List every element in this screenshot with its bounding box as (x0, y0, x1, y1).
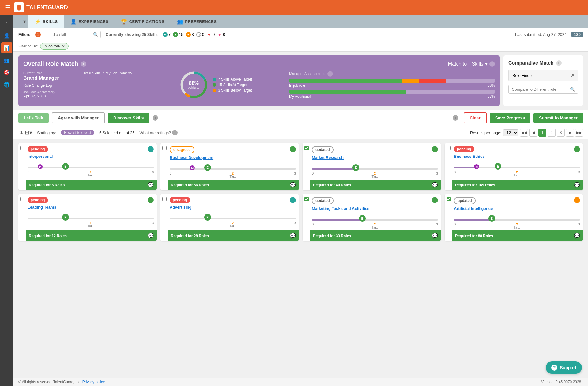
clear-button[interactable]: Clear (464, 112, 487, 123)
page-2-button[interactable]: 2 (548, 129, 556, 137)
skill-card-checkbox[interactable] (304, 146, 309, 150)
skill-search-box[interactable]: 🔍 (46, 31, 101, 38)
skill-name[interactable]: Interpersonal (26, 154, 157, 161)
search-icon[interactable]: 🔍 (93, 32, 98, 37)
currently-showing-text: Currently showing (106, 32, 141, 37)
skill-card-checkbox[interactable] (162, 146, 167, 150)
page-prev-button[interactable]: ◀ (529, 129, 537, 137)
slider-label-0: 0 (454, 222, 456, 226)
manager-info-icon[interactable]: i (327, 71, 333, 77)
skill-name[interactable]: Market Research (310, 155, 441, 162)
skill-search-input[interactable] (48, 32, 91, 37)
skill-name[interactable]: Business Development (168, 155, 299, 162)
in-job-role-progress: In job role 68% (289, 79, 495, 88)
skill-card-checkbox[interactable] (304, 197, 309, 201)
page-1-button[interactable]: 1 (538, 129, 546, 137)
skill-card-checkbox[interactable] (20, 146, 24, 150)
compare-search-box[interactable]: 🔍 (508, 85, 578, 94)
comment-icon[interactable]: 💬 (290, 182, 296, 188)
comparative-info-icon[interactable]: i (556, 60, 562, 66)
action-bar-right-info-icon[interactable]: i (453, 115, 458, 121)
results-per-page-select[interactable]: 122550 (503, 129, 518, 136)
page-next-button[interactable]: ▶ (566, 129, 574, 137)
page-first-button[interactable]: ◀◀ (520, 129, 528, 137)
save-progress-button[interactable]: Save Progress (490, 113, 530, 123)
required-roles-text: Required for 28 Roles (171, 234, 209, 238)
comment-icon[interactable]: 💬 (148, 182, 154, 188)
what-ratings[interactable]: What are ratings? i (140, 130, 178, 135)
skill-card-checkbox[interactable] (447, 197, 451, 201)
role-match-info-icon[interactable]: i (81, 61, 86, 67)
role-finder-button[interactable]: Role Finder ↗ (508, 70, 578, 81)
skill-status-badge: updated (312, 146, 334, 153)
action-bar: Let's Talk Agree with Manager Discover S… (13, 110, 588, 126)
sidebar-item-home[interactable]: ⌂ (1, 18, 12, 29)
tab-preferences[interactable]: 👥 PREFERENCES (171, 15, 223, 28)
in-job-role-bar-fill (289, 79, 495, 83)
hamburger-icon[interactable]: ☰ (5, 4, 10, 11)
skill-name[interactable]: Advertising (168, 205, 299, 212)
compare-search-icon[interactable]: 🔍 (570, 87, 575, 92)
tab-skills[interactable]: ⚡ SKILLS (28, 15, 64, 28)
lets-talk-button[interactable]: Let's Talk (18, 113, 49, 123)
comment-icon[interactable]: 💬 (574, 182, 580, 188)
tab-experiences[interactable]: 👤 EXPERIENCES (64, 15, 115, 28)
page-last-button[interactable]: ▶▶ (575, 129, 583, 137)
skill-card-checkbox[interactable] (162, 197, 167, 201)
compare-role-input[interactable] (512, 87, 568, 92)
privacy-policy-link[interactable]: Privacy policy (82, 380, 105, 384)
handle-m-icon: M (38, 164, 43, 169)
sort-filter-icon[interactable]: ⊟▾ (25, 129, 32, 136)
discover-skills-button[interactable]: Discover Skills (108, 113, 149, 123)
sort-up-icon[interactable]: ⇅ (18, 129, 23, 136)
agree-with-manager-button[interactable]: Agree with Manager (52, 112, 105, 123)
slider-label-3: 3 (294, 172, 296, 175)
match-to-info-icon[interactable]: i (489, 61, 495, 67)
skill-card-checkbox[interactable] (447, 146, 451, 150)
teal-count: 7 (168, 32, 171, 37)
sidebar-item-globe[interactable]: 🌐 (1, 79, 12, 90)
in-job-role-chip[interactable]: In job role ✕ (40, 43, 69, 50)
comment-icon[interactable]: 💬 (432, 233, 438, 239)
sidebar-item-person[interactable]: 👤 (1, 30, 12, 41)
pink-heart-count: 0 (223, 32, 225, 37)
support-button[interactable]: ? Support (546, 361, 582, 374)
anniversary-label: Job Role Anniversary (23, 90, 78, 94)
handle-m-icon: M (190, 165, 195, 170)
skill-card-checkbox[interactable] (20, 197, 24, 201)
match-to-value[interactable]: Skills (472, 61, 483, 67)
role-change-log-link[interactable]: Role Change Log (23, 83, 78, 88)
skill-name[interactable]: Leading Teams (26, 205, 157, 212)
comment-icon[interactable]: 💬 (290, 233, 296, 239)
slider-label-0: 0 (28, 170, 29, 174)
action-bar-info-icon[interactable]: i (153, 115, 158, 121)
skill-indicator-dot (290, 146, 296, 152)
tab-certifications[interactable]: 🏆 CERTIFICATIONS (115, 15, 171, 28)
legend-above-target: 7 Skills Above Target (213, 77, 252, 81)
comment-icon[interactable]: 💬 (432, 182, 438, 188)
donut-label: 88% Achieved (188, 81, 199, 89)
ratings-info-icon[interactable]: i (172, 130, 178, 135)
page-3-button[interactable]: 3 (557, 129, 565, 137)
sidebar-item-people[interactable]: 👥 (1, 55, 12, 66)
slider-label-0: 0 (170, 172, 172, 175)
left-sidebar: ⌂ 👤 📊 👥 🎯 🌐 (0, 15, 13, 386)
skill-name[interactable]: Marketing Tasks and Activities (310, 206, 441, 213)
skills-tab-icon: ⚡ (35, 19, 41, 25)
comment-icon[interactable]: 💬 (148, 233, 154, 239)
tab-more-button[interactable]: ⋮ ▾ (17, 18, 26, 25)
slider-label-0: 0 (312, 172, 314, 175)
skill-name[interactable]: Business Ethics (452, 154, 583, 161)
card-checkbox-area (303, 143, 310, 190)
skill-status-badge: pending (454, 146, 474, 152)
comment-icon[interactable]: 💬 (574, 233, 580, 239)
donut-percent: 88% (188, 81, 199, 86)
filter-chip-close-icon[interactable]: ✕ (62, 44, 65, 49)
skill-indicator-dot (432, 197, 438, 203)
sidebar-item-target[interactable]: 🎯 (1, 67, 12, 78)
manager-section: Manager Assessments i In job rol (289, 71, 495, 101)
sidebar-item-chart[interactable]: 📊 (1, 42, 12, 53)
skill-name[interactable]: Artificial Intelligence (452, 206, 583, 213)
submit-to-manager-button[interactable]: Submit to Manager (533, 113, 583, 123)
card-header: pending (26, 194, 157, 205)
